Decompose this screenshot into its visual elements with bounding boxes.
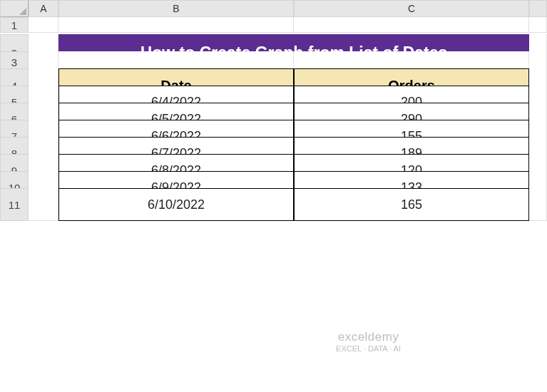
col-header-c[interactable]: C xyxy=(294,0,529,17)
watermark-line2: EXCEL · DATA · AI xyxy=(336,344,401,353)
select-all-corner[interactable] xyxy=(0,0,29,17)
spreadsheet-grid: A B C 1 2 How to Create Graph from List … xyxy=(0,0,547,205)
cell-b1[interactable] xyxy=(58,17,294,33)
watermark-line1: exceldemy xyxy=(338,330,399,344)
col-header-b[interactable]: B xyxy=(58,0,294,17)
row-header-11[interactable]: 11 xyxy=(0,188,29,221)
col-header-blank[interactable] xyxy=(529,0,547,17)
row-header-1[interactable]: 1 xyxy=(0,17,29,33)
cell-c1[interactable] xyxy=(294,17,529,33)
cell-a11[interactable] xyxy=(29,188,58,221)
cell-blank11[interactable] xyxy=(529,188,547,221)
cell-date-6[interactable]: 6/10/2022 xyxy=(58,188,294,221)
col-header-a[interactable]: A xyxy=(29,0,58,17)
cell-orders-6[interactable]: 165 xyxy=(294,188,529,221)
cell-a1[interactable] xyxy=(29,17,58,33)
watermark: exceldemy EXCEL · DATA · AI xyxy=(336,331,401,353)
cell-blank1[interactable] xyxy=(529,17,547,33)
